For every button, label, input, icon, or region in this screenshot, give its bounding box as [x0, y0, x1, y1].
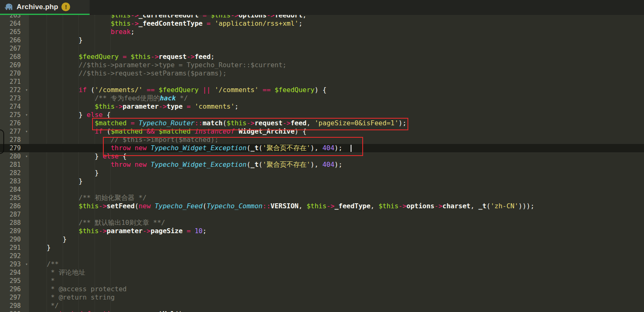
line-number[interactable]: 284: [0, 185, 29, 194]
code-text[interactable]: throw new Typecho_Widget_Exception(_t('聚…: [29, 161, 644, 169]
token-var: $this: [111, 20, 131, 27]
line-number[interactable]: 277▾: [0, 127, 29, 136]
line-number[interactable]: 294: [0, 268, 29, 277]
line-number[interactable]: 275▾: [0, 111, 29, 119]
line-number[interactable]: 292: [0, 252, 29, 260]
code-line-285: 285 /** 初始化聚合器 */: [0, 194, 644, 202]
code-text[interactable]: [29, 210, 644, 219]
token-plain: }: [79, 111, 87, 119]
code-text[interactable]: * @return string: [29, 293, 644, 302]
code-text[interactable]: $this->parameter->pageSize = 10;: [29, 227, 644, 235]
line-number[interactable]: 295: [0, 277, 29, 285]
code-text[interactable]: /** 专为feed使用的hack */: [29, 94, 644, 102]
code-text[interactable]: if ('/comments/' == $feedQuery || '/comm…: [29, 86, 644, 94]
code-text[interactable]: }: [29, 169, 644, 177]
code-text[interactable]: } else {: [29, 111, 644, 119]
line-number[interactable]: 268: [0, 53, 29, 61]
line-number[interactable]: 298: [0, 302, 29, 310]
code-text[interactable]: * @access protected: [29, 285, 644, 293]
line-number[interactable]: 299: [0, 310, 29, 312]
line-number[interactable]: 274: [0, 102, 29, 111]
line-number[interactable]: 267: [0, 44, 29, 53]
code-text[interactable]: }: [29, 235, 644, 244]
code-text[interactable]: [29, 185, 644, 194]
indent: [31, 61, 79, 69]
code-text[interactable]: */: [29, 302, 644, 310]
code-text[interactable]: break;: [29, 28, 644, 36]
code-text[interactable]: $this->setFeed(new Typecho_Feed(Typecho_…: [29, 202, 644, 210]
line-number[interactable]: 296: [0, 285, 29, 293]
line-number[interactable]: 263: [0, 15, 29, 20]
code-text[interactable]: // $this->import($matched);: [29, 136, 644, 144]
line-number[interactable]: 278: [0, 136, 29, 144]
line-number[interactable]: 276: [0, 119, 29, 127]
code-text[interactable]: /**: [29, 260, 644, 268]
code-text[interactable]: [29, 78, 644, 86]
token-op: ->: [159, 102, 166, 110]
token-com: *: [47, 277, 55, 285]
code-line-295: 295 *: [0, 277, 644, 285]
line-number[interactable]: 283: [0, 177, 29, 185]
code-text[interactable]: /** 默认输出10则文章 **/: [29, 219, 644, 227]
code-text[interactable]: /** 初始化聚合器 */: [29, 194, 644, 202]
line-number[interactable]: 293▾: [0, 260, 29, 268]
code-text[interactable]: * 评论地址: [29, 268, 644, 277]
code-text[interactable]: } else {: [29, 152, 644, 161]
line-number[interactable]: 290: [0, 235, 29, 244]
code-text[interactable]: $this->_currentFeedUrl = $this->options-…: [29, 15, 644, 20]
line-number[interactable]: 279: [0, 144, 29, 152]
line-number[interactable]: 266: [0, 36, 29, 44]
code-text[interactable]: throw new Typecho_Widget_Exception(_t('聚…: [29, 144, 644, 152]
code-text[interactable]: }: [29, 244, 644, 252]
fold-arrow-icon[interactable]: ▾: [25, 111, 28, 119]
fold-arrow-icon[interactable]: ▾: [25, 128, 28, 135]
line-number[interactable]: 264: [0, 20, 29, 28]
token-kw: else: [87, 111, 103, 119]
code-text[interactable]: $feedQuery = $this->request->feed;: [29, 53, 644, 61]
line-number[interactable]: 287: [0, 210, 29, 219]
line-number[interactable]: 297: [0, 293, 29, 302]
token-plain: [155, 86, 159, 94]
token-num: 404: [322, 144, 334, 152]
line-number[interactable]: 269: [0, 61, 29, 69]
code-text[interactable]: $this->_feedContentType = 'application/r…: [29, 20, 644, 28]
token-id: parameter: [107, 227, 143, 235]
line-number[interactable]: 291: [0, 244, 29, 252]
code-text[interactable]: //$this->parameter->type = Typecho_Route…: [29, 61, 644, 69]
line-number[interactable]: 286: [0, 202, 29, 210]
token-id: feed: [290, 119, 307, 127]
line-number[interactable]: 289: [0, 227, 29, 235]
code-text[interactable]: }: [29, 36, 644, 44]
code-text[interactable]: protected function ___commentUrl(): [29, 310, 644, 312]
line-number[interactable]: 288: [0, 219, 29, 227]
code-text[interactable]: $matched = Typecho_Router::match($this->…: [29, 119, 644, 127]
fold-arrow-icon[interactable]: ▾: [25, 153, 28, 160]
line-number[interactable]: 282: [0, 169, 29, 177]
indent: [31, 235, 63, 243]
line-number[interactable]: 271: [0, 78, 29, 86]
line-number[interactable]: 273: [0, 94, 29, 102]
fold-arrow-icon[interactable]: ▾: [25, 86, 28, 94]
indent: [31, 136, 111, 144]
line-number[interactable]: 281: [0, 161, 29, 169]
line-number[interactable]: 280▾: [0, 152, 29, 161]
code-text[interactable]: //$this->request->setParams($params);: [29, 69, 644, 78]
token-id: feedUrl: [275, 15, 302, 19]
code-text[interactable]: [29, 44, 644, 53]
line-number[interactable]: 272▾: [0, 86, 29, 94]
token-kw: function: [87, 310, 119, 312]
code-text[interactable]: }: [29, 177, 644, 185]
code-text[interactable]: [29, 252, 644, 260]
line-number[interactable]: 270: [0, 69, 29, 78]
token-id: options: [239, 15, 266, 19]
tab-archive-php[interactable]: Archive.php !: [0, 0, 90, 15]
fold-arrow-icon[interactable]: ▾: [25, 261, 28, 268]
code-text[interactable]: *: [29, 277, 644, 285]
line-number[interactable]: 285: [0, 194, 29, 202]
code-line-268: 268 $feedQuery = $this->request->feed;: [0, 53, 644, 61]
code-text[interactable]: $this->parameter->type = 'comments';: [29, 102, 644, 111]
code-text[interactable]: if ($matched && $matched instanceof Widg…: [29, 127, 644, 136]
token-plain: [202, 20, 207, 27]
code-editor[interactable]: 263 $this->_currentFeedUrl = $this->opti…: [0, 15, 644, 312]
line-number[interactable]: 265: [0, 28, 29, 36]
